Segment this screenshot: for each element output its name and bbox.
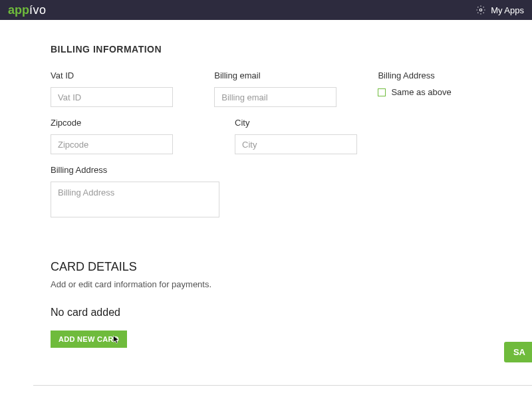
svg-point-0	[479, 9, 482, 11]
billing-address-input[interactable]	[51, 182, 219, 217]
city-input[interactable]	[235, 134, 357, 154]
city-label: City	[235, 118, 419, 128]
card-details-section: CARD DETAILS Add or edit card informatio…	[51, 260, 481, 348]
billing-address-label: Billing Address	[51, 165, 219, 175]
main-content: BILLING INFORMATION Vat ID Billing email…	[0, 20, 532, 348]
billing-email-input[interactable]	[214, 87, 336, 107]
billing-email-label: Billing email	[214, 70, 378, 80]
vat-id-group: Vat ID	[51, 70, 214, 107]
card-details-title: CARD DETAILS	[51, 260, 481, 274]
form-row-3: Billing Address	[51, 165, 481, 220]
logo[interactable]: appívo	[8, 3, 47, 17]
header-right: My Apps	[476, 5, 524, 15]
billing-email-group: Billing email	[214, 70, 378, 107]
same-as-above-label: Same as above	[391, 87, 451, 97]
my-apps-link[interactable]: My Apps	[491, 5, 524, 15]
form-row-2: Zipcode City	[51, 118, 481, 154]
content-divider	[33, 385, 532, 386]
billing-address-checkbox-group: Billing Address Same as above	[378, 70, 481, 107]
billing-address-group: Billing Address	[51, 165, 219, 220]
vat-id-input[interactable]	[51, 87, 173, 107]
form-row-1: Vat ID Billing email Billing Address Sam…	[51, 70, 481, 107]
zipcode-group: Zipcode	[51, 118, 235, 154]
add-new-card-button[interactable]: ADD NEW CARD	[51, 331, 127, 348]
zipcode-input[interactable]	[51, 134, 173, 154]
save-button[interactable]: SA	[504, 342, 532, 362]
billing-address-side-label: Billing Address	[378, 70, 481, 80]
vat-id-label: Vat ID	[51, 70, 214, 80]
card-details-subtitle: Add or edit card information for payment…	[51, 279, 481, 289]
city-group: City	[235, 118, 419, 154]
same-as-above-row[interactable]: Same as above	[378, 87, 481, 97]
zipcode-label: Zipcode	[51, 118, 235, 128]
same-as-above-checkbox[interactable]	[378, 88, 386, 96]
no-card-text: No card added	[51, 307, 481, 319]
app-header: appívo My Apps	[0, 0, 532, 20]
add-new-card-label: ADD NEW CARD	[59, 335, 119, 343]
logo-second: ívo	[29, 3, 47, 17]
logo-first: app	[8, 3, 29, 17]
gear-icon[interactable]	[476, 5, 485, 15]
billing-section-title: BILLING INFORMATION	[51, 44, 481, 55]
